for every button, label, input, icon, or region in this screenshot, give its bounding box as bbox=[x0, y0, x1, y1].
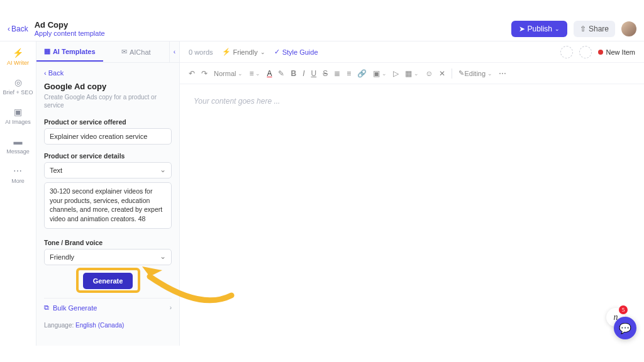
generate-button[interactable]: Generate bbox=[83, 273, 133, 289]
collab-slot-2[interactable] bbox=[579, 46, 592, 58]
text-color-button[interactable]: A bbox=[267, 69, 272, 78]
strike-button[interactable]: S bbox=[323, 69, 328, 78]
left-nav: ⚡ AI Writer ◎ Brief + SEO ▣ AI Images ▬ … bbox=[0, 41, 36, 346]
status-dot-icon bbox=[598, 50, 603, 55]
side-panel: ▦ AI Templates ✉ AIChat ‹ ‹ Back Google … bbox=[36, 41, 180, 346]
undo-button[interactable]: ↶ bbox=[189, 69, 195, 78]
tab-ai-templates[interactable]: ▦ AI Templates bbox=[36, 42, 103, 62]
back-button[interactable]: ‹ Back bbox=[8, 25, 28, 33]
publish-button[interactable]: ➤ Publish ⌄ bbox=[511, 21, 567, 37]
nav-ai-images[interactable]: ▣ AI Images bbox=[5, 107, 31, 125]
editor-topbar: 0 words ⚡ Friendly ⌄ ✓ Style Guide New I… bbox=[180, 41, 644, 63]
emoji-button[interactable]: ☺ bbox=[425, 69, 433, 78]
select-value: Text bbox=[50, 167, 62, 174]
pencil-icon: ✎ bbox=[458, 69, 464, 77]
align-button[interactable]: ≡⌄ bbox=[249, 69, 260, 78]
editor-toolbar: ↶ ↷ Normal ⌄ ≡⌄ A ✎ B I U S ≣ ≡ 🔗 ▣⌄ ▷ ▦… bbox=[180, 63, 644, 84]
link-button[interactable]: 🔗 bbox=[357, 69, 367, 78]
format-select[interactable]: Normal ⌄ bbox=[214, 70, 243, 77]
editor: 0 words ⚡ Friendly ⌄ ✓ Style Guide New I… bbox=[180, 41, 644, 346]
new-item-indicator[interactable]: New Item bbox=[598, 48, 635, 56]
number-list-button[interactable]: ≡ bbox=[347, 69, 351, 78]
publish-label: Publish bbox=[528, 25, 552, 33]
share-label: Share bbox=[589, 25, 609, 33]
chat-icon: ✉ bbox=[121, 48, 127, 56]
field-tone-select[interactable]: Friendly bbox=[44, 249, 172, 265]
chat-icon: 💬 bbox=[619, 322, 631, 334]
field-product-input[interactable] bbox=[44, 128, 172, 145]
nav-more[interactable]: ⋯ More bbox=[11, 166, 25, 184]
page-subtitle-link[interactable]: Apply content template bbox=[35, 30, 105, 37]
avatar[interactable] bbox=[621, 21, 636, 36]
table-button[interactable]: ▦⌄ bbox=[405, 69, 419, 78]
title-block: Ad Copy Apply content template bbox=[35, 20, 105, 37]
style-guide-link[interactable]: ✓ Style Guide bbox=[274, 48, 318, 56]
redo-button[interactable]: ↷ bbox=[201, 69, 208, 78]
tab-label: AI Templates bbox=[53, 48, 96, 55]
select-value: Friendly bbox=[50, 253, 74, 261]
mode-value: Editing bbox=[464, 70, 486, 77]
editor-topbar-right: New Item bbox=[560, 46, 635, 58]
chevron-down-icon: ⌄ bbox=[260, 49, 265, 55]
topbar: ‹ Back Ad Copy Apply content template ➤ … bbox=[0, 16, 644, 41]
target-icon: ◎ bbox=[14, 77, 22, 87]
nav-label: Message bbox=[6, 148, 30, 155]
toolbar-more-button[interactable]: ⋯ bbox=[499, 69, 506, 78]
panel-back-button[interactable]: ‹ Back bbox=[44, 69, 172, 77]
clear-format-button[interactable]: ✕ bbox=[439, 69, 445, 78]
language-row: Language: English (Canada) bbox=[44, 317, 172, 329]
bolt-icon: ⚡ bbox=[222, 48, 231, 56]
editor-tone-select[interactable]: ⚡ Friendly ⌄ bbox=[222, 48, 265, 56]
bolt-icon: ⚡ bbox=[13, 48, 23, 58]
format-value: Normal bbox=[214, 70, 236, 77]
collapse-panel-button[interactable]: ‹ bbox=[169, 41, 179, 63]
chevron-left-icon: ‹ bbox=[44, 69, 48, 77]
share-button[interactable]: ⇧ Share bbox=[574, 21, 615, 37]
panel-body: ‹ Back Google Ad copy Create Google Ads … bbox=[36, 63, 179, 346]
underline-button[interactable]: U bbox=[311, 69, 317, 78]
field-details-type-select[interactable]: Text bbox=[44, 162, 172, 178]
image-icon: ▣ bbox=[14, 107, 22, 117]
bold-button[interactable]: B bbox=[291, 69, 296, 78]
app-root: ‹ Back Ad Copy Apply content template ➤ … bbox=[0, 16, 644, 346]
chat-widget-button[interactable]: 💬 bbox=[614, 317, 636, 339]
generate-wrap: Generate bbox=[44, 273, 172, 289]
nav-ai-writer[interactable]: ⚡ AI Writer bbox=[7, 48, 29, 66]
italic-button[interactable]: I bbox=[303, 69, 304, 78]
chevron-down-icon: ⌄ bbox=[487, 70, 492, 77]
page-title: Ad Copy bbox=[35, 20, 105, 30]
chevron-left-icon: ‹ bbox=[174, 48, 175, 55]
bulk-generate-button[interactable]: ⧉ Bulk Generate › bbox=[44, 298, 172, 317]
tone-value: Friendly bbox=[233, 48, 258, 56]
chevron-right-icon: › bbox=[170, 304, 172, 311]
video-button[interactable]: ▷ bbox=[393, 69, 399, 78]
nav-message[interactable]: ▬ Message bbox=[6, 136, 30, 155]
tab-ai-chat[interactable]: ✉ AIChat bbox=[103, 43, 170, 61]
nav-brief-seo[interactable]: ◎ Brief + SEO bbox=[3, 77, 33, 96]
more-icon: ⋯ bbox=[13, 166, 22, 176]
chevron-down-icon: ⌄ bbox=[255, 70, 260, 77]
editor-placeholder: Your content goes here ... bbox=[194, 97, 280, 106]
bulk-label: Bulk Generate bbox=[53, 304, 97, 312]
field-details-label: Product or service details bbox=[44, 152, 172, 160]
chevron-down-icon: ⌄ bbox=[414, 70, 419, 77]
nav-label: More bbox=[11, 178, 25, 184]
nav-label: AI Images bbox=[5, 119, 31, 125]
field-product-label: Product or service offered bbox=[44, 118, 172, 126]
word-count: 0 words bbox=[189, 48, 213, 56]
field-details-textarea[interactable] bbox=[44, 182, 172, 229]
mode-select[interactable]: ✎ Editing ⌄ bbox=[458, 69, 492, 77]
bullet-list-button[interactable]: ≣ bbox=[334, 69, 340, 78]
editor-canvas[interactable]: Your content goes here ... bbox=[180, 84, 644, 346]
panel-tabs: ▦ AI Templates ✉ AIChat ‹ bbox=[36, 41, 179, 63]
back-label: Back bbox=[11, 25, 28, 33]
image-button[interactable]: ▣⌄ bbox=[373, 69, 387, 78]
template-title: Google Ad copy bbox=[44, 82, 172, 91]
chevron-down-icon: ⌄ bbox=[238, 70, 243, 77]
copy-icon: ⧉ bbox=[44, 304, 49, 312]
collab-slot-1[interactable] bbox=[560, 46, 573, 58]
field-tone-label: Tone / Brand voice bbox=[44, 239, 172, 246]
language-value[interactable]: English (Canada) bbox=[75, 322, 124, 329]
language-label: Language: bbox=[44, 322, 74, 329]
highlight-button[interactable]: ✎ bbox=[278, 69, 284, 78]
